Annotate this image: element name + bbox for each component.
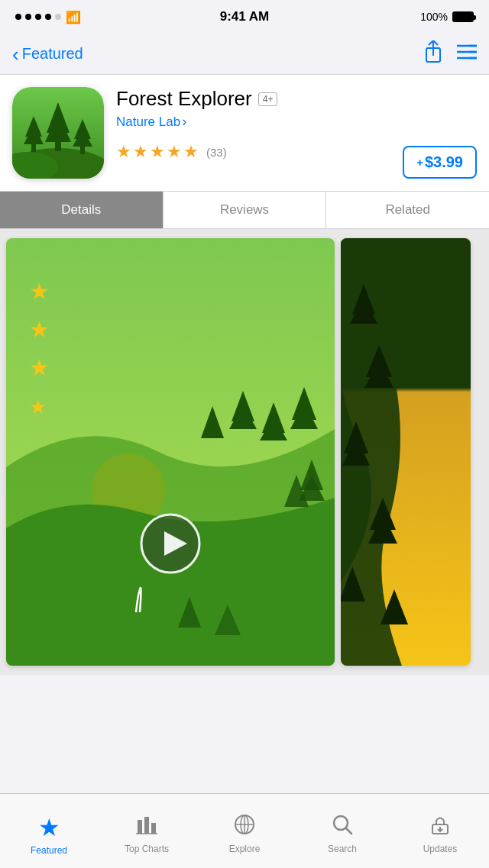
app-icon bbox=[12, 87, 104, 179]
nav-bar: ‹ Featured bbox=[0, 34, 489, 75]
explore-icon bbox=[234, 814, 255, 841]
svg-rect-19 bbox=[80, 147, 85, 154]
updates-icon bbox=[429, 814, 451, 841]
tab-bar: ★ Featured Top Charts Explore bbox=[0, 793, 489, 868]
status-left: 📶 bbox=[15, 10, 81, 24]
svg-rect-16 bbox=[31, 144, 36, 152]
status-time: 9:41 AM bbox=[220, 9, 270, 24]
svg-text:★: ★ bbox=[29, 279, 50, 304]
svg-line-61 bbox=[346, 828, 351, 834]
nav-actions bbox=[423, 40, 477, 68]
tab-search-label: Search bbox=[328, 844, 357, 854]
tab-updates[interactable]: Updates bbox=[391, 808, 489, 854]
star-icon: ★ bbox=[38, 813, 60, 842]
battery-icon bbox=[452, 11, 474, 22]
app-header: Forest Explorer 4+ Nature Lab › ★★★★★ (3… bbox=[0, 75, 489, 191]
tab-updates-label: Updates bbox=[423, 844, 458, 854]
status-bar: 📶 9:41 AM 100% bbox=[0, 0, 489, 34]
screenshot-1[interactable]: ★ ★ ★ ★ bbox=[6, 238, 335, 666]
screenshot-2[interactable] bbox=[341, 238, 471, 666]
list-icon[interactable] bbox=[457, 44, 477, 65]
svg-rect-52 bbox=[138, 820, 142, 834]
tab-top-charts-label: Top Charts bbox=[125, 844, 169, 854]
app-header-right: + $3.99 bbox=[403, 87, 477, 179]
svg-text:★: ★ bbox=[29, 395, 47, 418]
tab-featured-label: Featured bbox=[31, 845, 67, 856]
status-right: 100% bbox=[420, 11, 474, 23]
back-label: Featured bbox=[22, 45, 83, 63]
tab-featured[interactable]: ★ Featured bbox=[0, 807, 98, 856]
charts-icon bbox=[136, 814, 157, 841]
search-icon bbox=[332, 814, 353, 841]
back-button[interactable]: ‹ Featured bbox=[12, 44, 83, 64]
app-developer[interactable]: Nature Lab › bbox=[116, 114, 390, 130]
tab-top-charts[interactable]: Top Charts bbox=[98, 808, 196, 854]
svg-rect-13 bbox=[55, 142, 61, 151]
segment-tabs: Details Reviews Related bbox=[0, 191, 489, 229]
tab-details[interactable]: Details bbox=[0, 192, 164, 228]
tab-search[interactable]: Search bbox=[293, 808, 391, 854]
age-badge: 4+ bbox=[258, 92, 278, 106]
price-value: $3.99 bbox=[425, 153, 463, 171]
app-title-row: Forest Explorer 4+ bbox=[116, 87, 390, 111]
app-rating-row: ★★★★★ (33) bbox=[116, 142, 390, 162]
share-icon[interactable] bbox=[423, 40, 443, 68]
svg-text:★: ★ bbox=[29, 355, 50, 380]
signal-dots bbox=[15, 14, 61, 20]
price-button[interactable]: + $3.99 bbox=[403, 146, 477, 179]
wifi-icon: 📶 bbox=[66, 10, 81, 24]
screenshots-area: ★ ★ ★ ★ bbox=[0, 229, 489, 675]
tab-reviews[interactable]: Reviews bbox=[164, 192, 327, 228]
app-title: Forest Explorer bbox=[116, 87, 252, 111]
rating-count: (33) bbox=[206, 146, 227, 159]
app-info: Forest Explorer 4+ Nature Lab › ★★★★★ (3… bbox=[116, 87, 390, 162]
battery-percentage: 100% bbox=[420, 11, 448, 23]
svg-text:★: ★ bbox=[29, 317, 50, 342]
star-rating: ★★★★★ bbox=[116, 142, 200, 162]
tab-related[interactable]: Related bbox=[326, 192, 489, 228]
tab-explore-label: Explore bbox=[229, 844, 261, 854]
price-plus: + bbox=[416, 156, 423, 169]
chevron-left-icon: ‹ bbox=[12, 44, 19, 64]
tab-explore[interactable]: Explore bbox=[196, 808, 293, 854]
svg-rect-53 bbox=[144, 817, 149, 834]
svg-rect-54 bbox=[151, 823, 156, 834]
